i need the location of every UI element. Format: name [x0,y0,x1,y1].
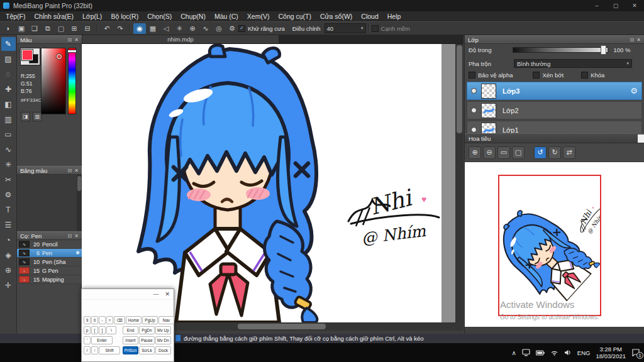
osk-key-3-5[interactable]: Dock [155,346,171,354]
osk-key-2-3[interactable]: Pause [139,336,155,344]
lasso-tool[interactable]: ∿ [1,143,16,156]
slider-handle[interactable] [601,45,606,55]
layer-row-1[interactable]: Lớp2 [467,101,642,119]
osk-key-2-2[interactable]: Insert [123,336,138,344]
fit-icon[interactable]: ▭ [497,146,510,159]
comment-icon[interactable]: ❏ [28,23,41,34]
menu-item-6[interactable]: Màu (C) [210,11,243,21]
osk-key-0-4[interactable]: ⌫ [114,316,125,324]
select-tool[interactable]: ▭ [1,128,16,141]
snap-radial-icon[interactable]: ✳ [173,23,186,34]
panel-tool[interactable]: ☰ [1,218,16,232]
gradient-tool[interactable]: ▥ [1,112,16,126]
osk-key-2-1[interactable]: Enter [91,336,113,344]
navigator-view-rectangle[interactable] [498,175,601,316]
brush-item-0[interactable]: ∿20Pencil [17,240,82,249]
rotate-cw-icon[interactable]: ↻ [548,146,561,159]
zoom-out-icon[interactable]: ⊖ [483,146,496,159]
clipping-checkbox[interactable] [533,72,540,79]
close-icon[interactable]: ✕ [636,37,641,43]
osk-key-3-0[interactable]: / [84,346,91,354]
color-wheel-icon[interactable]: ◨ [21,112,30,121]
osk-key-0-2[interactable]: - [99,316,106,324]
scissors-tool[interactable]: ✂ [1,173,16,187]
color-swatches[interactable] [20,48,40,65]
osk-close-button[interactable]: ✕ [165,291,170,297]
fill-tool[interactable]: ◧ [1,97,16,111]
menu-item-5[interactable]: Chụp(N) [176,11,210,21]
menu-item-7[interactable]: Xem(V) [243,11,274,21]
material-icon[interactable]: ⊟ [81,23,94,34]
clock[interactable]: 3:28 PM 18/03/2021 [596,346,626,359]
osk-key-0-1[interactable]: 0 [91,316,98,324]
undo-icon[interactable]: ↶ [101,23,113,34]
actual-size-icon[interactable]: ▢ [512,146,525,159]
osk-key-1-6[interactable]: Mv Up [155,326,171,334]
snap-cross-icon[interactable]: ⊕ [186,23,199,34]
scrollbar-thumb[interactable] [457,45,462,133]
canvas-area[interactable] [82,44,464,322]
palette-scrollbar[interactable] [77,175,82,231]
notification-icon[interactable]: 1 [631,349,640,356]
move-tool[interactable]: ✚ [1,82,16,96]
brush-item-2[interactable]: ∿10Pen (Sha [17,258,82,266]
osk-key-1-4[interactable]: End [123,326,138,334]
brush-item-3[interactable]: ↓15G Pen [17,266,82,275]
layer-row-2[interactable]: Lớp1 [467,121,642,133]
language-indicator[interactable]: ENG [577,349,591,356]
pixel-grid-icon[interactable]: ▦ [147,23,159,34]
foreground-color-swatch[interactable] [22,50,33,60]
navigator-preview[interactable]: Activate Windows Go to Settings to activ… [465,162,644,327]
popout-icon[interactable]: ⊡ [68,37,72,43]
brush-item-4[interactable]: ↓15Mapping [17,275,82,284]
menu-item-4[interactable]: Chọn(S) [143,11,176,21]
close-icon[interactable]: ✕ [74,168,79,173]
osk-key-2-0[interactable]: ' [84,336,91,344]
canvas-tab[interactable]: nhim.mdp [82,35,279,43]
osk-key-0-3[interactable]: = [106,316,113,324]
popout-icon[interactable]: ⊡ [68,233,72,239]
canvas-vertical-scrollbar[interactable] [455,44,464,322]
eraser-tool[interactable]: ▨ [1,52,16,66]
display-icon[interactable] [522,349,530,356]
osk-key-2-4[interactable]: Mv Dn [155,336,171,344]
dot-tool[interactable]: ◌ [1,67,16,81]
hand-tool[interactable]: ✛ [1,278,16,292]
soft-edge-checkbox[interactable] [372,25,379,32]
visibility-dot[interactable] [471,107,477,113]
redo-icon[interactable]: ↷ [114,23,126,34]
brush-blob-icon[interactable]: ◗ [2,23,14,34]
osk-key-1-1[interactable]: [ [91,326,98,334]
blend-select[interactable]: Bình thường ▾ [514,59,632,68]
close-icon[interactable]: ✕ [74,233,79,239]
osk-key-0-6[interactable]: PgUp [142,316,158,324]
osk-key-3-1[interactable]: ↑ [91,346,98,354]
osk-key-1-0[interactable]: p [84,326,91,334]
snap-off-icon[interactable]: ◁ [160,23,172,34]
saturation-value-picker[interactable] [41,48,66,114]
grid-icon[interactable]: ⊞ [68,23,80,34]
copy-icon[interactable]: ⧉ [42,23,54,34]
osk-key-3-4[interactable]: ScrLk [139,346,155,354]
save-icon[interactable]: ▣ [15,23,28,34]
close-button[interactable]: ✕ [625,0,644,11]
osk-key-3-2[interactable]: Shift [99,346,120,354]
close-icon[interactable]: ✕ [74,37,79,43]
osk-key-1-3[interactable]: \ [106,326,116,334]
scrollbar-thumb[interactable] [238,324,326,329]
snap-curve-icon[interactable]: ∿ [199,23,212,34]
brush-tool[interactable]: ✎ [1,37,16,51]
magic-wand-tool[interactable]: ✳ [1,158,16,172]
gear-icon[interactable]: ✱ [75,250,80,256]
visibility-dot[interactable] [471,127,477,133]
minimize-button[interactable]: – [587,0,606,11]
osk-key-3-3[interactable]: PrtScn [123,346,138,354]
lock-checkbox[interactable] [581,72,588,79]
scrollbar-thumb[interactable] [77,176,81,191]
menu-item-1[interactable]: Chỉnh sửa(E) [30,11,78,21]
popout-icon[interactable]: ⊡ [630,37,635,43]
osk-key-1-2[interactable]: ] [99,326,106,334]
layer-row-0[interactable]: Lớp3⚙ [467,82,642,100]
menu-item-9[interactable]: Cửa sổ(W) [316,11,357,21]
menu-item-3[interactable]: Bộ lọc(R) [106,11,143,21]
